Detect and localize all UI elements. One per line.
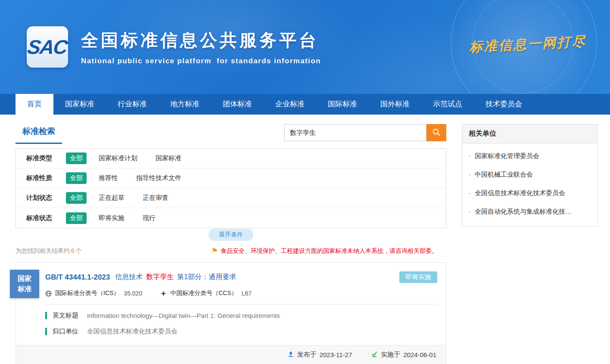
filter-all-button[interactable]: 全部	[66, 192, 87, 204]
nav-item-group-standards[interactable]: 团体标准	[211, 94, 264, 115]
filter-option[interactable]: 正在审查	[143, 194, 168, 202]
ccs-label: 中国标准分类号（CCS）	[170, 289, 237, 297]
standard-title-segment[interactable]: 信息技术	[115, 273, 143, 282]
result-card: 国家 标准 GB/T 43441.1-2023 信息技术 数字孪生 第1部分：通…	[16, 262, 446, 364]
expand-wrap: 展开条件	[16, 229, 446, 241]
site-title: 全国标准信息公共服务平台	[81, 28, 321, 52]
filter-row-standard-nature: 标准性质 全部 推荐性 指导性技术文件	[16, 168, 446, 188]
dept-row: 归口单位 全国信息技术标准化技术委员会	[45, 327, 437, 336]
filter-option[interactable]: 国家标准	[156, 154, 181, 162]
implement-date-item: 实施于 2024-06-01	[371, 351, 436, 359]
result-card-head: GB/T 43441.1-2023 信息技术 数字孪生 第1部分：通用要求 即将…	[16, 263, 446, 305]
compass-icon	[160, 290, 167, 297]
sidebar-item-machinery-federation[interactable]: 中国机械工业联合会	[462, 165, 598, 184]
standard-title-highlight[interactable]: 数字孪生	[146, 273, 174, 282]
nav-item-local-standards[interactable]: 地方标准	[159, 94, 211, 115]
ccs-group: 中国标准分类号（CCS） L67	[160, 289, 252, 297]
publish-date-item: 发布于 2023-11-27	[287, 351, 352, 359]
teal-bar	[45, 312, 47, 319]
search-box	[284, 124, 446, 141]
english-title-label: 英文标题	[53, 311, 87, 320]
result-summary-prefix: 为您找到相关结果约	[16, 247, 70, 254]
publish-label: 发布于	[297, 351, 317, 359]
nav-item-industry-standards[interactable]: 行业标准	[106, 94, 159, 115]
implement-date: 2024-06-01	[403, 351, 436, 358]
filter-option[interactable]: 即将实施	[99, 214, 124, 222]
filter-option[interactable]: 指导性技术文件	[136, 174, 181, 182]
related-units-title: 相关单位	[462, 124, 598, 143]
english-title-row: 英文标题 Information technology—Digital twin…	[45, 311, 437, 320]
standard-code-link[interactable]: GB/T 43441.1-2023	[45, 273, 110, 282]
result-count: 6	[71, 247, 75, 254]
sidebar-item-it-standardization-committee[interactable]: 全国信息技术标准化技术委员会	[462, 184, 598, 202]
filter-option[interactable]: 正在起草	[99, 194, 124, 202]
sac-logo-text: SAC	[26, 35, 69, 59]
nav-item-home[interactable]: 首页	[16, 94, 53, 115]
filter-option[interactable]: 国家标准计划	[99, 154, 137, 162]
ics-value: 35.020	[124, 290, 142, 297]
search-row: 标准检索	[16, 124, 446, 147]
system-notice-text: 食品安全、环境保护、工程建设方面的国家标准未纳入本系统，请咨询相关部委。	[221, 247, 438, 255]
main-nav: 首页 国家标准 行业标准 地方标准 团体标准 企业标准 国际标准 国外标准 示范…	[0, 94, 610, 115]
standard-title-line: GB/T 43441.1-2023 信息技术 数字孪生 第1部分：通用要求 即将…	[45, 271, 437, 283]
filter-all-button[interactable]: 全部	[66, 172, 87, 184]
filter-option[interactable]: 现行	[143, 214, 156, 222]
filter-label: 标准性质	[26, 174, 66, 182]
filter-label: 标准类型	[26, 154, 66, 162]
filter-option[interactable]: 推荐性	[99, 174, 118, 182]
site-subtitle: National public service platform for sta…	[81, 57, 321, 65]
globe-icon	[45, 290, 52, 297]
filter-row-plan-status: 计划状态 全部 正在起草 正在审查	[16, 188, 446, 208]
ics-group: 国际标准分类号（ICS） 35.020	[45, 289, 142, 297]
site-title-block: 全国标准信息公共服务平台 National public service pla…	[81, 28, 321, 65]
filter-label: 计划状态	[26, 194, 66, 202]
search-input[interactable]	[284, 124, 426, 141]
flag-icon: ⚑	[212, 246, 218, 255]
result-card-detail: 英文标题 Information technology—Digital twin…	[16, 305, 446, 345]
related-units-list: 国家标准化管理委员会 中国机械工业联合会 全国信息技术标准化技术委员会 全国自动…	[462, 143, 598, 226]
standard-type-badge: 国家 标准	[10, 270, 39, 298]
result-summary-suffix: 个	[76, 247, 82, 254]
content-area: 标准检索 标准类型	[0, 115, 610, 364]
standard-title-segment[interactable]: 第1部分：通用要求	[177, 273, 236, 282]
nav-item-foreign-standards[interactable]: 国外标准	[369, 94, 421, 115]
page: SAC 全国标准信息公共服务平台 National public service…	[0, 0, 610, 364]
site-banner: SAC 全国标准信息公共服务平台 National public service…	[0, 0, 610, 94]
classification-line: 国际标准分类号（ICS） 35.020 中国标准分类号（CCS） L67	[45, 289, 437, 305]
dept-value: 全国信息技术标准化技术委员会	[87, 327, 177, 336]
ccs-value: L67	[242, 290, 252, 297]
filter-row-standard-type: 标准类型 全部 国家标准计划 国家标准	[16, 149, 446, 168]
result-summary: 为您找到相关结果约6个	[16, 247, 82, 255]
filter-all-button[interactable]: 全部	[66, 212, 87, 224]
nav-item-national-standards[interactable]: 国家标准	[53, 94, 106, 115]
english-title-value: Information technology—Digital twin—Part…	[87, 312, 280, 319]
filter-all-button[interactable]: 全部	[66, 152, 87, 164]
nav-item-international-standards[interactable]: 国际标准	[316, 94, 369, 115]
filter-row-standard-status: 标准状态 全部 即将实施 现行	[16, 208, 446, 228]
filter-label: 标准状态	[26, 214, 66, 222]
sac-logo[interactable]: SAC	[27, 26, 68, 68]
dept-label: 归口单位	[53, 327, 87, 336]
result-meta: 为您找到相关结果约6个 ⚑ 食品安全、环境保护、工程建设方面的国家标准未纳入本系…	[16, 246, 446, 255]
search-button[interactable]	[426, 124, 446, 141]
main-column: 标准检索 标准类型	[16, 124, 446, 364]
result-card-footer: 发布于 2023-11-27 实施于 2024-06-01	[16, 345, 446, 364]
tab-standard-search[interactable]: 标准检索	[16, 124, 62, 144]
standard-type-badge-line1: 国家	[18, 274, 31, 284]
nav-item-enterprise-standards[interactable]: 企业标准	[264, 94, 316, 115]
check-icon	[371, 351, 378, 359]
standard-type-badge-line2: 标准	[18, 284, 31, 294]
implement-label: 实施于	[381, 351, 400, 359]
teal-bar	[45, 328, 47, 335]
nav-item-technical-committees[interactable]: 技术委员会	[474, 94, 534, 115]
sidebar-item-sac[interactable]: 国家标准化管理委员会	[462, 147, 598, 165]
sidebar-item-automation-committee[interactable]: 全国自动化系统与集成标准化技…	[462, 202, 598, 221]
upload-icon	[287, 351, 294, 359]
publish-date: 2023-11-27	[320, 351, 352, 358]
magnifier-icon	[432, 128, 441, 138]
status-badge: 即将实施	[399, 271, 437, 283]
ics-label: 国际标准分类号（ICS）	[55, 289, 119, 297]
expand-conditions-button[interactable]: 展开条件	[209, 229, 253, 241]
related-units-panel: 相关单位 国家标准化管理委员会 中国机械工业联合会 全国信息技术标准化技术委员会…	[462, 124, 598, 227]
nav-item-pilot-programs[interactable]: 示范试点	[421, 94, 474, 115]
